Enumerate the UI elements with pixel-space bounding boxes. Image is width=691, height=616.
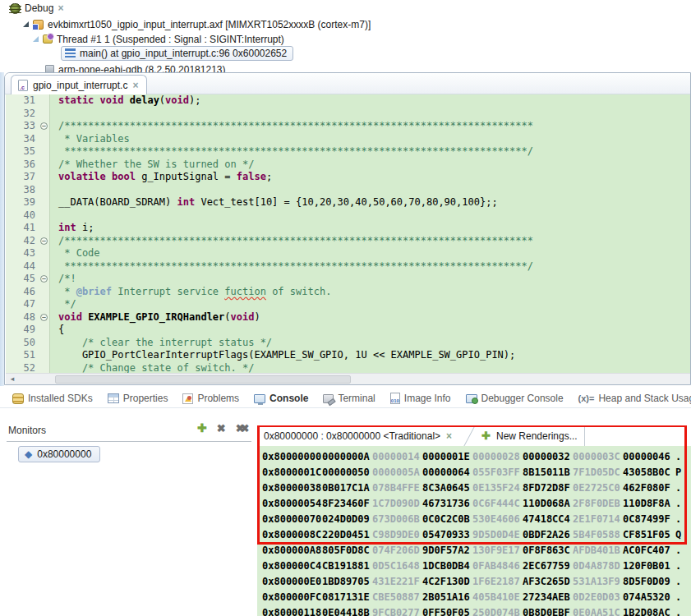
close-icon[interactable]: × bbox=[446, 430, 452, 442]
memory-cell[interactable]: 46731736 bbox=[422, 496, 472, 512]
code-line[interactable]: 41int i; bbox=[6, 222, 690, 235]
code-line[interactable]: 52 /* Change state of switch. */ bbox=[6, 362, 690, 374]
code-line[interactable]: 43 * Code bbox=[6, 247, 690, 260]
memory-cell[interactable]: 110D068A bbox=[523, 496, 573, 512]
memory-cell[interactable]: 1B2D08AC bbox=[623, 605, 673, 616]
selected-stack-frame[interactable]: main() at gpio_input_interrupt.c:96 0x60… bbox=[61, 46, 293, 61]
code-line[interactable]: 45−/*! bbox=[6, 273, 690, 286]
code-line[interactable]: 32 bbox=[6, 108, 690, 121]
memory-row[interactable]: 0x800000E01BD89705431E221F4C2F130D1F6E21… bbox=[257, 574, 691, 590]
code-line[interactable]: 36/* Whether the SW is turned on */ bbox=[6, 159, 690, 172]
memory-cell[interactable]: 074A5320 bbox=[623, 590, 673, 605]
memory-cell[interactable]: 27234AEB bbox=[523, 590, 573, 605]
code-line[interactable]: 46 * @brief Interrupt service fuction of… bbox=[6, 286, 690, 299]
memory-cell[interactable]: 0000005A bbox=[372, 465, 422, 480]
fold-collapse-icon[interactable]: − bbox=[40, 237, 48, 245]
view-tab-debugger-console[interactable]: Debugger Console bbox=[460, 389, 569, 407]
debug-tree-item[interactable]: Thread #1 1 (Suspended : Signal : SIGINT… bbox=[33, 32, 284, 46]
memory-cell[interactable]: 9FCB0277 bbox=[372, 605, 422, 616]
traditional-rendering-tab[interactable]: 0x80000000 : 0x80000000 <Traditional> × bbox=[257, 425, 458, 446]
memory-cell[interactable]: 00000064 bbox=[422, 465, 472, 480]
memory-cell[interactable]: 0B8D0EBF bbox=[523, 605, 573, 616]
memory-cell[interactable]: 8D5F0D09 bbox=[623, 574, 673, 590]
memory-cell[interactable]: CF851F05 bbox=[623, 527, 673, 543]
remove-monitor-icon[interactable]: ✖ bbox=[217, 422, 226, 434]
remove-all-monitors-icon[interactable]: ✖✖ bbox=[236, 422, 250, 434]
expander-icon[interactable] bbox=[33, 36, 39, 42]
memory-cell[interactable]: CBE50887 bbox=[372, 590, 422, 605]
code-line[interactable]: 37volatile bool g_InputSignal = false; bbox=[6, 171, 690, 184]
monitor-item[interactable]: ◆ 0x80000000 bbox=[18, 446, 100, 462]
memory-cell[interactable]: 078B4FFE bbox=[372, 480, 422, 496]
editor-tab[interactable]: .c gpio_input_interrupt.c × bbox=[11, 75, 147, 94]
memory-cell[interactable]: 05470933 bbox=[422, 527, 472, 543]
memory-cell[interactable]: 0FF50F05 bbox=[422, 605, 472, 616]
memory-cell[interactable]: 5B4F0588 bbox=[573, 527, 623, 543]
memory-cell[interactable]: 7F1D05DC bbox=[573, 465, 623, 480]
memory-row[interactable]: 0x800000A8805F0D8C074F206D9D0F57A2130F9E… bbox=[257, 543, 691, 559]
memory-cell[interactable]: 0817131E bbox=[322, 590, 372, 605]
memory-cell[interactable]: 2B051A16 bbox=[422, 590, 472, 605]
memory-cell[interactable]: 4C2F130D bbox=[422, 574, 472, 590]
memory-cell[interactable]: 405B410E bbox=[472, 590, 523, 605]
scrollbar-thumb[interactable] bbox=[55, 375, 351, 384]
memory-cell[interactable]: 00000032 bbox=[523, 449, 573, 465]
memory-cell[interactable]: 2EC67759 bbox=[523, 559, 573, 574]
memory-cell[interactable]: 0000003C bbox=[573, 449, 623, 465]
memory-cell[interactable]: 2F8F0DEB bbox=[573, 496, 623, 512]
add-monitor-icon[interactable]: ✚ bbox=[197, 421, 207, 434]
memory-row[interactable]: 0x800000C4CB1918810D5C16481DCB0DB40FAB48… bbox=[257, 559, 691, 574]
memory-cell[interactable]: AFDB401B bbox=[573, 543, 623, 559]
memory-row[interactable]: 0x800000380B017C1A078B4FFE8C3A06450E135F… bbox=[257, 480, 691, 496]
memory-cell[interactable]: 530E4606 bbox=[472, 512, 523, 527]
memory-cell[interactable]: 0C6F444C bbox=[472, 496, 523, 512]
memory-cell[interactable]: CB191881 bbox=[322, 559, 372, 574]
fold-collapse-icon[interactable]: − bbox=[40, 122, 48, 130]
code-line[interactable]: 48−void EXAMPLE_GPIO_IRQHandler(void) bbox=[6, 311, 690, 324]
view-tab-problems[interactable]: Problems bbox=[177, 389, 245, 407]
close-icon[interactable]: × bbox=[58, 2, 63, 14]
new-renderings-tab[interactable]: ✚ New Renderings... bbox=[475, 425, 585, 446]
view-tab-terminal[interactable]: Terminal bbox=[317, 389, 380, 407]
memory-cell[interactable]: 9D5D0D4E bbox=[472, 527, 523, 543]
view-tab-image-info[interactable]: 010Image Info bbox=[385, 389, 457, 407]
memory-cell[interactable]: 0E135F24 bbox=[472, 480, 523, 496]
memory-cell[interactable]: 250D074B bbox=[472, 605, 523, 616]
memory-row[interactable]: 0x8000001C000000500000005A00000064055F03… bbox=[257, 465, 691, 480]
memory-cell[interactable]: 074F206D bbox=[372, 543, 422, 559]
debug-view-tab[interactable]: Debug × bbox=[7, 1, 67, 16]
memory-cell[interactable]: 0F8F863C bbox=[523, 543, 573, 559]
memory-cell[interactable]: 43058B0C bbox=[623, 465, 673, 480]
code-line[interactable]: 39__DATA(BOARD_SDRAM) int Vect_test[10] … bbox=[6, 196, 690, 209]
memory-cell[interactable]: C98D9DE0 bbox=[372, 527, 422, 543]
expander-icon[interactable] bbox=[23, 21, 29, 27]
memory-cell[interactable]: 8B15011B bbox=[523, 465, 573, 480]
memory-cell[interactable]: 673D006B bbox=[372, 512, 422, 527]
memory-cell[interactable]: 0E04418B bbox=[322, 605, 372, 616]
memory-cell[interactable]: 805F0D8C bbox=[322, 543, 372, 559]
memory-cell[interactable]: 0000001E bbox=[422, 449, 472, 465]
fold-collapse-icon[interactable]: − bbox=[40, 275, 48, 283]
memory-cell[interactable]: 0C87499F bbox=[623, 512, 673, 527]
memory-cell[interactable]: 0C0C2C0B bbox=[422, 512, 472, 527]
scroll-left-icon[interactable]: ◂ bbox=[6, 374, 19, 384]
memory-cell[interactable]: AF3C265D bbox=[523, 574, 573, 590]
memory-cell[interactable]: 00000050 bbox=[322, 465, 372, 480]
code-line[interactable]: 31static void delay(void); bbox=[6, 94, 690, 108]
memory-cell[interactable]: 431E221F bbox=[372, 574, 422, 590]
code-line[interactable]: 50 /* clear the interrupt status */ bbox=[6, 337, 690, 350]
debug-tree-item[interactable]: evkbimxrt1050_igpio_input_interrupt.axf … bbox=[23, 17, 371, 31]
memory-row[interactable]: 0x800000000000000A000000140000001E000000… bbox=[257, 449, 691, 465]
memory-cell[interactable]: 024D0D09 bbox=[322, 512, 372, 527]
memory-cell[interactable]: 0E0AA51C bbox=[573, 605, 623, 616]
code-line[interactable]: 47 */ bbox=[6, 298, 690, 311]
view-tab-heap-and-stack-usage[interactable]: (x)=Heap and Stack Usage bbox=[573, 389, 691, 407]
memory-cell[interactable]: 0000000A bbox=[322, 449, 372, 465]
code-line[interactable]: 49{ bbox=[6, 324, 690, 337]
memory-cell[interactable]: 0D2E0D03 bbox=[573, 590, 623, 605]
memory-cell[interactable]: 0BDF2A26 bbox=[523, 527, 573, 543]
memory-cell[interactable]: 8FD72D8F bbox=[523, 480, 573, 496]
memory-cell[interactable]: 9D0F57A2 bbox=[422, 543, 472, 559]
code-line[interactable]: 44 *************************************… bbox=[6, 260, 690, 274]
memory-table[interactable]: 0x800000000000000A000000140000001E000000… bbox=[257, 449, 691, 616]
